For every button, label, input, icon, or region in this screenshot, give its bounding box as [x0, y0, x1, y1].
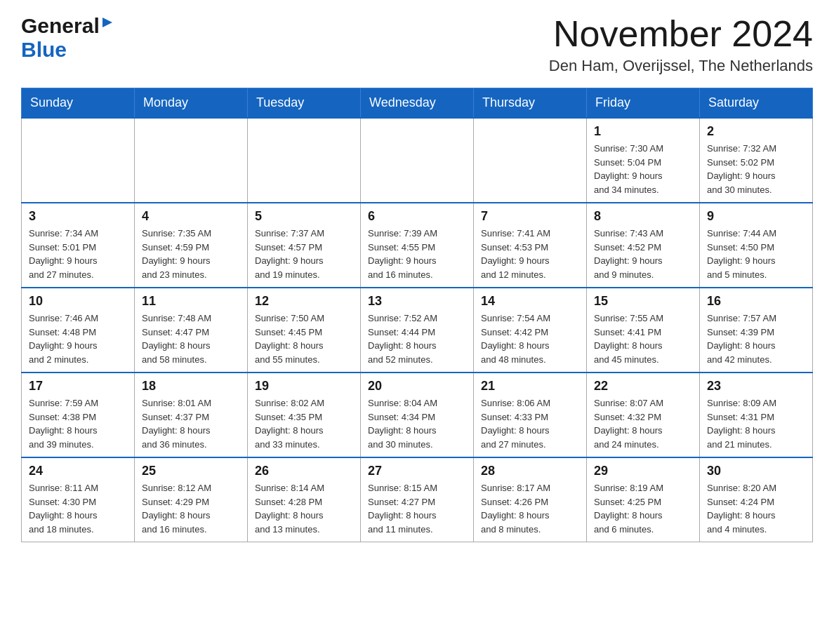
day-info: Sunrise: 7:44 AM Sunset: 4:50 PM Dayligh… [707, 227, 805, 281]
day-number: 5 [255, 209, 353, 224]
calendar-week-row: 24Sunrise: 8:11 AM Sunset: 4:30 PM Dayli… [22, 457, 813, 542]
calendar-cell: 4Sunrise: 7:35 AM Sunset: 4:59 PM Daylig… [135, 203, 248, 288]
calendar-cell: 19Sunrise: 8:02 AM Sunset: 4:35 PM Dayli… [248, 373, 361, 457]
day-number: 29 [594, 464, 692, 478]
logo: General Blue [21, 14, 114, 62]
calendar-cell: 8Sunrise: 7:43 AM Sunset: 4:52 PM Daylig… [587, 203, 700, 288]
day-number: 13 [368, 294, 466, 309]
calendar-cell: 12Sunrise: 7:50 AM Sunset: 4:45 PM Dayli… [248, 288, 361, 373]
calendar-cell: 27Sunrise: 8:15 AM Sunset: 4:27 PM Dayli… [361, 457, 474, 542]
calendar-table: SundayMondayTuesdayWednesdayThursdayFrid… [21, 88, 813, 542]
logo-triangle-icon [101, 16, 114, 32]
calendar-cell [361, 118, 474, 203]
calendar-week-row: 10Sunrise: 7:46 AM Sunset: 4:48 PM Dayli… [22, 288, 813, 373]
day-info: Sunrise: 8:07 AM Sunset: 4:32 PM Dayligh… [594, 396, 692, 451]
day-number: 14 [481, 294, 579, 309]
day-info: Sunrise: 7:46 AM Sunset: 4:48 PM Dayligh… [29, 311, 127, 366]
day-header-thursday: Thursday [474, 88, 587, 119]
title-area: November 2024 Den Ham, Overijssel, The N… [549, 14, 813, 75]
day-number: 16 [707, 294, 805, 309]
calendar-cell: 16Sunrise: 7:57 AM Sunset: 4:39 PM Dayli… [700, 288, 813, 373]
calendar-week-row: 1Sunrise: 7:30 AM Sunset: 5:04 PM Daylig… [22, 118, 813, 203]
day-info: Sunrise: 7:37 AM Sunset: 4:57 PM Dayligh… [255, 227, 353, 281]
calendar-cell: 7Sunrise: 7:41 AM Sunset: 4:53 PM Daylig… [474, 203, 587, 288]
calendar-cell: 23Sunrise: 8:09 AM Sunset: 4:31 PM Dayli… [700, 373, 813, 457]
day-number: 10 [29, 294, 127, 309]
calendar-cell: 1Sunrise: 7:30 AM Sunset: 5:04 PM Daylig… [587, 118, 700, 203]
calendar-cell: 29Sunrise: 8:19 AM Sunset: 4:25 PM Dayli… [587, 457, 700, 542]
calendar-cell: 11Sunrise: 7:48 AM Sunset: 4:47 PM Dayli… [135, 288, 248, 373]
day-number: 24 [29, 464, 127, 478]
day-number: 4 [142, 209, 240, 224]
header: General Blue November 2024 Den Ham, Over… [21, 14, 813, 75]
calendar-cell: 9Sunrise: 7:44 AM Sunset: 4:50 PM Daylig… [700, 203, 813, 288]
day-number: 15 [594, 294, 692, 309]
day-info: Sunrise: 8:09 AM Sunset: 4:31 PM Dayligh… [707, 396, 805, 451]
calendar-cell: 25Sunrise: 8:12 AM Sunset: 4:29 PM Dayli… [135, 457, 248, 542]
calendar-cell: 21Sunrise: 8:06 AM Sunset: 4:33 PM Dayli… [474, 373, 587, 457]
day-info: Sunrise: 7:52 AM Sunset: 4:44 PM Dayligh… [368, 311, 466, 366]
day-info: Sunrise: 7:39 AM Sunset: 4:55 PM Dayligh… [368, 227, 466, 281]
day-number: 9 [707, 209, 805, 224]
day-number: 20 [368, 379, 466, 394]
day-info: Sunrise: 7:30 AM Sunset: 5:04 PM Dayligh… [594, 142, 692, 196]
day-number: 3 [29, 209, 127, 224]
calendar-cell: 28Sunrise: 8:17 AM Sunset: 4:26 PM Dayli… [474, 457, 587, 542]
day-header-friday: Friday [587, 88, 700, 119]
calendar-header-row: SundayMondayTuesdayWednesdayThursdayFrid… [22, 88, 813, 119]
page-title: November 2024 [549, 14, 813, 54]
day-info: Sunrise: 8:02 AM Sunset: 4:35 PM Dayligh… [255, 396, 353, 451]
day-number: 26 [255, 464, 353, 478]
day-info: Sunrise: 7:32 AM Sunset: 5:02 PM Dayligh… [707, 142, 805, 196]
logo-general-text: General [21, 14, 100, 38]
day-info: Sunrise: 7:57 AM Sunset: 4:39 PM Dayligh… [707, 311, 805, 366]
day-info: Sunrise: 7:55 AM Sunset: 4:41 PM Dayligh… [594, 311, 692, 366]
day-info: Sunrise: 8:11 AM Sunset: 4:30 PM Dayligh… [29, 481, 127, 536]
day-info: Sunrise: 8:06 AM Sunset: 4:33 PM Dayligh… [481, 396, 579, 451]
day-number: 18 [142, 379, 240, 394]
day-number: 23 [707, 379, 805, 394]
day-number: 30 [707, 464, 805, 478]
calendar-cell: 10Sunrise: 7:46 AM Sunset: 4:48 PM Dayli… [22, 288, 135, 373]
logo-blue-text: Blue [21, 38, 67, 61]
day-info: Sunrise: 8:01 AM Sunset: 4:37 PM Dayligh… [142, 396, 240, 451]
day-info: Sunrise: 8:20 AM Sunset: 4:24 PM Dayligh… [707, 481, 805, 536]
calendar-week-row: 3Sunrise: 7:34 AM Sunset: 5:01 PM Daylig… [22, 203, 813, 288]
calendar-cell: 5Sunrise: 7:37 AM Sunset: 4:57 PM Daylig… [248, 203, 361, 288]
day-number: 25 [142, 464, 240, 478]
day-info: Sunrise: 8:14 AM Sunset: 4:28 PM Dayligh… [255, 481, 353, 536]
day-header-sunday: Sunday [22, 88, 135, 119]
day-info: Sunrise: 7:54 AM Sunset: 4:42 PM Dayligh… [481, 311, 579, 366]
day-number: 22 [594, 379, 692, 394]
calendar-week-row: 17Sunrise: 7:59 AM Sunset: 4:38 PM Dayli… [22, 373, 813, 457]
day-number: 7 [481, 209, 579, 224]
day-info: Sunrise: 7:50 AM Sunset: 4:45 PM Dayligh… [255, 311, 353, 366]
day-header-tuesday: Tuesday [248, 88, 361, 119]
day-number: 11 [142, 294, 240, 309]
day-number: 17 [29, 379, 127, 394]
day-info: Sunrise: 7:41 AM Sunset: 4:53 PM Dayligh… [481, 227, 579, 281]
calendar-cell [135, 118, 248, 203]
calendar-cell: 18Sunrise: 8:01 AM Sunset: 4:37 PM Dayli… [135, 373, 248, 457]
day-number: 1 [594, 124, 692, 139]
calendar-cell: 2Sunrise: 7:32 AM Sunset: 5:02 PM Daylig… [700, 118, 813, 203]
day-number: 12 [255, 294, 353, 309]
day-number: 27 [368, 464, 466, 478]
day-number: 19 [255, 379, 353, 394]
calendar-cell: 3Sunrise: 7:34 AM Sunset: 5:01 PM Daylig… [22, 203, 135, 288]
day-info: Sunrise: 8:17 AM Sunset: 4:26 PM Dayligh… [481, 481, 579, 536]
day-info: Sunrise: 8:19 AM Sunset: 4:25 PM Dayligh… [594, 481, 692, 536]
calendar-cell: 26Sunrise: 8:14 AM Sunset: 4:28 PM Dayli… [248, 457, 361, 542]
calendar-cell [474, 118, 587, 203]
day-header-wednesday: Wednesday [361, 88, 474, 119]
day-info: Sunrise: 7:35 AM Sunset: 4:59 PM Dayligh… [142, 227, 240, 281]
day-info: Sunrise: 7:48 AM Sunset: 4:47 PM Dayligh… [142, 311, 240, 366]
subtitle: Den Ham, Overijssel, The Netherlands [549, 57, 813, 75]
calendar-cell: 6Sunrise: 7:39 AM Sunset: 4:55 PM Daylig… [361, 203, 474, 288]
day-info: Sunrise: 8:04 AM Sunset: 4:34 PM Dayligh… [368, 396, 466, 451]
day-info: Sunrise: 8:15 AM Sunset: 4:27 PM Dayligh… [368, 481, 466, 536]
day-number: 28 [481, 464, 579, 478]
calendar-cell: 14Sunrise: 7:54 AM Sunset: 4:42 PM Dayli… [474, 288, 587, 373]
calendar-cell: 24Sunrise: 8:11 AM Sunset: 4:30 PM Dayli… [22, 457, 135, 542]
calendar-cell [22, 118, 135, 203]
